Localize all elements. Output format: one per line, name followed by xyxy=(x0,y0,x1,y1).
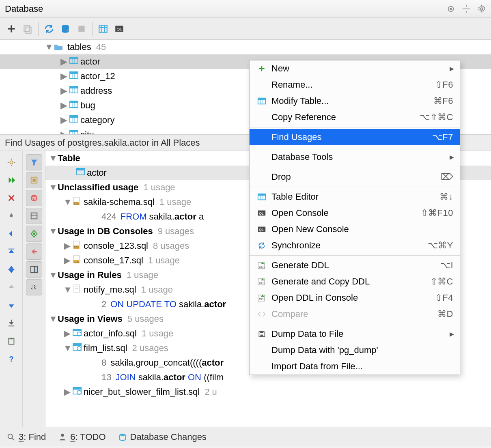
find-tool-window-button[interactable]: 3: Find xyxy=(6,432,46,442)
find-usages-title: Find Usages of postgres.sakila.actor in … xyxy=(5,138,200,148)
prev-icon[interactable] xyxy=(3,226,19,242)
expand-icon[interactable]: ▼ xyxy=(49,153,56,164)
datasource-icon[interactable] xyxy=(60,23,71,34)
export-icon[interactable] xyxy=(3,315,19,331)
menu-label: Generate and Copy DDL xyxy=(271,276,370,287)
expand-icon[interactable]: ▼ xyxy=(63,343,71,353)
context-menu-item[interactable]: Rename...⇧F6 xyxy=(250,77,460,93)
context-menu-item[interactable]: Find Usages⌥F7 xyxy=(250,129,460,145)
context-menu-item[interactable]: QLOpen Console⇧⌘F10 xyxy=(250,205,460,221)
context-menu-item[interactable]: DDLGenerate DDL⌥I xyxy=(250,257,460,274)
table-label: city xyxy=(80,129,94,135)
usage-count: 5 usages xyxy=(127,314,164,324)
rerun-icon[interactable] xyxy=(3,172,19,188)
context-menu-item[interactable]: Drop⌦ xyxy=(250,169,460,185)
context-menu-item[interactable]: Dump Data with 'pg_dump' xyxy=(250,342,460,358)
import-icon[interactable] xyxy=(26,243,42,260)
expand-icon[interactable]: ▶ xyxy=(60,100,67,111)
svg-rect-82 xyxy=(73,388,81,390)
usage-count: 2 u xyxy=(205,387,217,397)
filter-icon[interactable] xyxy=(26,154,42,170)
expand-icon[interactable]: ▶ xyxy=(60,86,67,96)
group-class-icon[interactable]: m xyxy=(26,190,42,206)
gear-icon[interactable] xyxy=(477,4,486,13)
file-icon: SQL xyxy=(72,241,82,251)
folder-count: 45 xyxy=(96,42,106,52)
context-menu-item[interactable]: Dump Data to File xyxy=(250,326,460,342)
expand-icon[interactable]: ▼ xyxy=(49,314,56,324)
context-menu-item[interactable]: New xyxy=(250,60,460,77)
table-editor-icon[interactable] xyxy=(97,23,109,34)
svg-point-87 xyxy=(119,433,125,436)
titlebar: Database xyxy=(0,0,491,18)
todo-tool-window-button[interactable]: 6: TODO xyxy=(58,432,106,442)
expand-icon[interactable]: ▶ xyxy=(60,56,67,67)
svg-rect-95 xyxy=(258,194,265,196)
send-icon[interactable] xyxy=(3,333,19,349)
table-icon xyxy=(69,86,79,96)
target-icon[interactable] xyxy=(446,4,455,13)
down-icon[interactable] xyxy=(3,297,19,313)
menu-shortcut: ⌥I xyxy=(440,260,453,271)
ql-console-icon[interactable]: QL xyxy=(114,23,125,34)
expand-icon[interactable]: ▼ xyxy=(49,226,56,237)
scroll-source-icon[interactable] xyxy=(26,208,42,224)
collapse-center-icon[interactable] xyxy=(3,261,19,278)
expand-icon[interactable]: ▶ xyxy=(63,255,71,266)
context-menu-item[interactable]: Copy Reference⌥⇧⌘C xyxy=(250,109,460,125)
context-menu-item[interactable]: Table Editor⌘↓ xyxy=(250,189,460,205)
expand-icon[interactable]: ▶ xyxy=(60,129,67,135)
db-changes-tool-window-button[interactable]: Database Changes xyxy=(118,432,207,442)
context-menu-item[interactable]: QLOpen New Console xyxy=(250,221,460,237)
context-menu[interactable]: NewRename...⇧F6Modify Table...⌘F6Copy Re… xyxy=(249,60,460,375)
expand-icon[interactable]: ▼ xyxy=(45,42,52,52)
context-menu-item[interactable]: Modify Table...⌘F6 xyxy=(250,93,460,109)
context-menu-item[interactable]: Database Tools xyxy=(250,149,460,165)
expand-icon[interactable]: ▼ xyxy=(63,284,71,295)
svg-rect-109 xyxy=(260,331,263,333)
copy-icon[interactable] xyxy=(22,23,33,34)
menu-label: Open Console xyxy=(271,208,329,218)
group-title: Usage in Views xyxy=(58,314,123,324)
svg-text:QL: QL xyxy=(259,212,264,215)
expand-icon[interactable]: ▶ xyxy=(60,71,67,82)
up-icon[interactable] xyxy=(3,279,19,295)
settings-icon[interactable] xyxy=(3,154,19,170)
expand-icon[interactable]: ▶ xyxy=(63,328,71,339)
expand-icon[interactable]: ▼ xyxy=(63,197,71,207)
menu-shortcut: ⌘D xyxy=(437,309,453,319)
table-name: actor xyxy=(87,168,107,178)
expand-icon[interactable]: ▶ xyxy=(60,115,67,125)
menu-shortcut: ⇧F4 xyxy=(435,293,453,303)
expand-icon[interactable]: ▶ xyxy=(63,387,71,397)
split-icon[interactable] xyxy=(462,4,471,13)
close-icon[interactable] xyxy=(3,190,19,206)
context-menu-item[interactable]: Synchronize⌥⌘Y xyxy=(250,237,460,254)
db-icon xyxy=(118,433,127,442)
collapse-up-icon[interactable] xyxy=(3,243,19,260)
preview-icon[interactable] xyxy=(26,261,42,278)
context-menu-item[interactable]: DDLGenerate and Copy DDL⇧⌘C xyxy=(250,274,460,290)
svg-text:QL: QL xyxy=(259,228,264,232)
svg-rect-9 xyxy=(26,27,31,33)
group-module-icon[interactable] xyxy=(26,172,42,188)
context-menu-item[interactable]: Compare⌘D xyxy=(250,306,460,322)
context-menu-item[interactable]: Import Data from File... xyxy=(250,358,460,375)
context-menu-item[interactable]: DDLOpen DDL in Console⇧F4 xyxy=(250,290,460,306)
expand-icon[interactable]: ▶ xyxy=(63,241,71,251)
svg-rect-91 xyxy=(258,98,265,100)
expand-icon[interactable]: ▼ xyxy=(49,182,56,193)
group-usage-icon[interactable] xyxy=(26,226,42,242)
refresh-icon[interactable] xyxy=(43,23,55,34)
add-icon[interactable] xyxy=(6,23,17,34)
usage-count: 1 usage xyxy=(127,270,158,280)
sort-icon[interactable]: az xyxy=(26,279,42,295)
svg-text:z: z xyxy=(34,287,36,291)
usage-count: 1 usage xyxy=(142,328,173,339)
expand-icon[interactable]: ▼ xyxy=(49,270,56,280)
tree-folder-tables[interactable]: ▼ tables 45 xyxy=(0,40,491,54)
pin-icon[interactable] xyxy=(3,208,19,224)
usage-file[interactable]: ▶ nicer_but_slower_film_list.sql 2 u xyxy=(45,385,491,399)
stop-icon[interactable] xyxy=(76,23,87,34)
help-icon[interactable]: ? xyxy=(3,351,19,367)
